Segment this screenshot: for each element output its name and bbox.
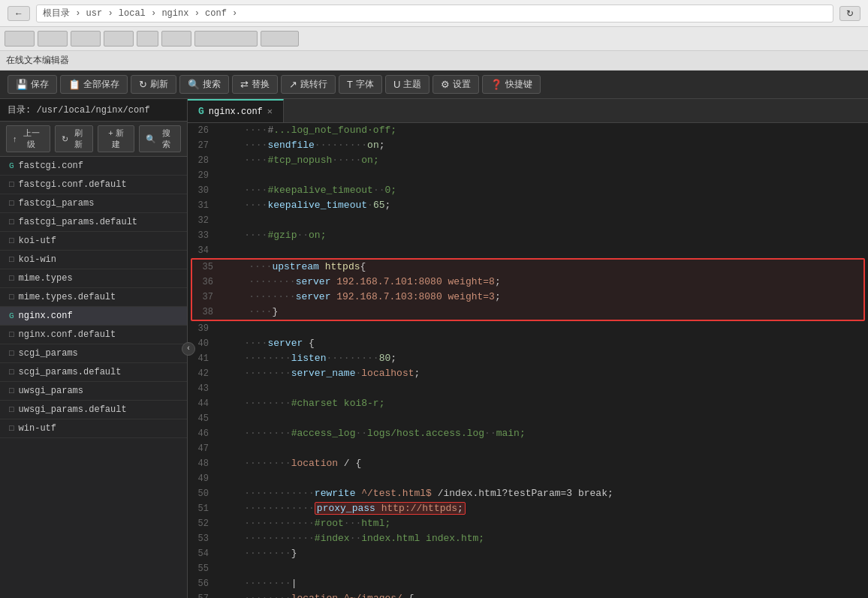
tb-btn-1[interactable] — [5, 31, 35, 47]
sidebar-refresh-icon: ↻ — [62, 134, 68, 144]
editor-title: 在线文本编辑器 — [0, 51, 868, 71]
settings-button[interactable]: ⚙ 设置 — [432, 75, 479, 94]
back-button[interactable]: ← — [8, 6, 30, 21]
shortcuts-label: 快捷键 — [505, 78, 532, 91]
tab-file-icon: G — [198, 106, 204, 117]
code-line-44: 44 ········#charset koi8-r; — [188, 396, 868, 411]
up-icon: ↑ — [13, 134, 17, 143]
file-icon-gray: □ — [9, 274, 14, 283]
collapse-sidebar-button[interactable]: ‹ — [182, 342, 195, 356]
file-name: koi-utf — [19, 236, 56, 246]
file-item-mime-types-default[interactable]: □ mime.types.default — [0, 288, 187, 307]
save-all-icon: 📋 — [68, 79, 80, 90]
line-content-35: ····upstream httpds{ — [222, 260, 863, 275]
tb-btn-3[interactable] — [71, 31, 101, 47]
line-num-39: 39 — [188, 321, 218, 336]
save-button[interactable]: 💾 保存 — [8, 75, 57, 94]
file-item-scgi-params-default[interactable]: □ scgi_params.default — [0, 363, 187, 382]
file-item-fastcgi-conf[interactable]: G fastcgi.conf — [0, 157, 187, 176]
line-content-44: ········#charset koi8-r; — [218, 396, 868, 411]
line-num-29: 29 — [188, 168, 218, 183]
code-line-41: 41 ········listen·········80; — [188, 351, 868, 366]
font-icon: T — [347, 79, 353, 90]
file-item-nginx-conf[interactable]: G nginx.conf — [0, 307, 187, 326]
file-item-nginx-conf-default[interactable]: □ nginx.conf.default — [0, 326, 187, 344]
sidebar-refresh-button[interactable]: ↻ 刷新 — [55, 125, 93, 152]
settings-label: 设置 — [453, 78, 471, 91]
code-line-52: 52 ············#root···html; — [188, 516, 868, 531]
line-content-46: ········#access_log··logs/host.access.lo… — [218, 426, 868, 441]
new-file-button[interactable]: + 新建 — [98, 125, 134, 152]
tab-close-button[interactable]: ✕ — [267, 106, 273, 117]
tb-btn-8[interactable] — [261, 31, 299, 47]
sidebar-actions: ↑ 上一级 ↻ 刷新 + 新建 🔍 搜索 — [0, 122, 187, 157]
sidebar-search-button[interactable]: 🔍 搜索 — [139, 125, 181, 152]
code-line-57: 57 ········location ^~/images/ { — [188, 591, 868, 598]
file-name: mime.types — [19, 273, 73, 284]
code-line-47: 47 — [188, 441, 868, 456]
nav-refresh-button[interactable]: ↻ — [839, 6, 860, 21]
file-icon-gray: □ — [9, 199, 14, 208]
sidebar-refresh-label: 刷新 — [71, 128, 86, 150]
file-item-fastcgi-params[interactable]: □ fastcgi_params — [0, 194, 187, 213]
sidebar-file-list: G fastcgi.conf □ fastcgi.conf.default □ … — [0, 157, 187, 598]
file-item-win-utf[interactable]: □ win-utf — [0, 419, 187, 438]
tb-btn-7[interactable] — [194, 31, 258, 47]
line-num-56: 56 — [188, 576, 218, 591]
file-icon-gray: □ — [9, 218, 14, 227]
line-content-38: ····} — [222, 305, 863, 320]
file-name: fastcgi_params — [19, 198, 95, 209]
file-item-koi-win[interactable]: □ koi-win — [0, 251, 187, 269]
theme-button[interactable]: U 主题 — [385, 75, 429, 94]
tb-btn-2[interactable] — [38, 31, 68, 47]
line-num-53: 53 — [188, 531, 218, 546]
editor-area: G nginx.conf ✕ 26 ····#...log_not_found·… — [188, 99, 868, 598]
shortcuts-button[interactable]: ❓ 快捷键 — [482, 75, 541, 94]
file-icon-gray: □ — [9, 236, 14, 245]
file-item-uwsgi-params[interactable]: □ uwsgi_params — [0, 382, 187, 401]
file-item-uwsgi-params-default[interactable]: □ uwsgi_params.default — [0, 401, 187, 419]
file-item-koi-utf[interactable]: □ koi-utf — [0, 232, 187, 251]
code-line-37: 37 ········server 192.168.7.103:8080 wei… — [192, 290, 863, 305]
line-content-33: ····#gzip··on; — [218, 228, 868, 243]
line-content-41: ········listen·········80; — [218, 351, 868, 366]
tb-btn-6[interactable] — [161, 31, 191, 47]
line-content-27: ····sendfile·········on; — [218, 138, 868, 153]
code-line-50: 50 ············rewrite ^/test.html$ /ind… — [188, 486, 868, 501]
tb-btn-5[interactable] — [137, 31, 158, 47]
file-item-fastcgi-conf-default[interactable]: □ fastcgi.conf.default — [0, 176, 187, 194]
file-icon-gray: □ — [9, 293, 14, 302]
line-num-43: 43 — [188, 381, 218, 396]
line-content-48: ········location / { — [218, 456, 868, 471]
line-num-27: 27 — [188, 138, 218, 153]
sidebar: 目录: /usr/local/nginx/conf ↑ 上一级 ↻ 刷新 + 新… — [0, 99, 188, 598]
line-num-34: 34 — [188, 243, 218, 258]
breadcrumb: 根目录 › usr › local › nginx › conf › — [36, 5, 833, 23]
tab-name: nginx.conf — [209, 107, 263, 117]
font-label: 字体 — [356, 78, 374, 91]
file-item-fastcgi-params-default[interactable]: □ fastcgi_params.default — [0, 213, 187, 232]
tb-btn-4[interactable] — [104, 31, 134, 47]
up-button[interactable]: ↑ 上一级 — [6, 125, 50, 152]
code-line-30: 30 ····#keepalive_timeout··0; — [188, 183, 868, 198]
font-button[interactable]: T 字体 — [339, 75, 382, 94]
file-name: fastcgi.conf — [19, 161, 83, 171]
code-line-46: 46 ········#access_log··logs/host.access… — [188, 426, 868, 441]
search-button[interactable]: 🔍 搜索 — [179, 75, 229, 94]
refresh-button[interactable]: ↻ 刷新 — [131, 75, 176, 94]
line-num-30: 30 — [188, 183, 218, 198]
code-line-53: 53 ············#index··index.html index.… — [188, 531, 868, 546]
line-content-31: ····keepalive_timeout·65; — [218, 198, 868, 213]
theme-label: 主题 — [403, 78, 421, 91]
save-all-button[interactable]: 📋 全部保存 — [60, 75, 128, 94]
code-editor[interactable]: 26 ····#...log_not_found·off; 27 ····sen… — [188, 123, 868, 598]
jump-button[interactable]: ↗ 跳转行 — [281, 75, 336, 94]
file-item-scgi-params[interactable]: □ scgi_params — [0, 344, 187, 363]
file-name: koi-win — [19, 254, 56, 265]
tab-nginx-conf[interactable]: G nginx.conf ✕ — [188, 99, 284, 122]
line-num-26: 26 — [188, 123, 218, 138]
code-line-48: 48 ········location / { — [188, 456, 868, 471]
line-num-33: 33 — [188, 228, 218, 243]
file-item-mime-types[interactable]: □ mime.types — [0, 269, 187, 288]
replace-button[interactable]: ⇄ 替换 — [232, 75, 278, 94]
